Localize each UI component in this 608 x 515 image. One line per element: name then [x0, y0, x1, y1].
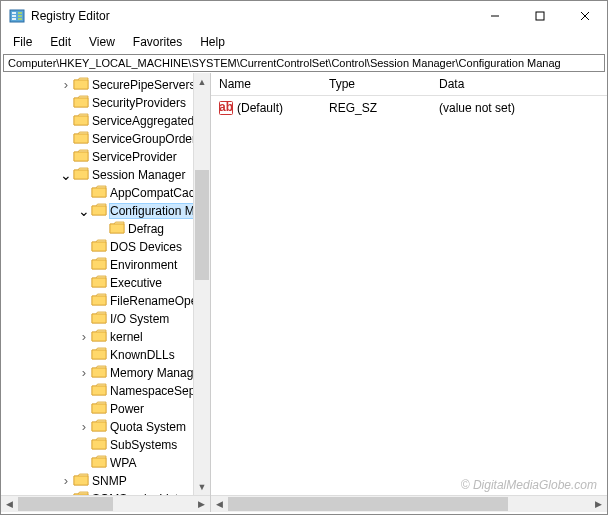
svg-rect-5	[18, 15, 22, 17]
folder-icon	[73, 149, 91, 166]
value-name-cell: ab(Default)	[211, 99, 321, 116]
folder-icon	[73, 77, 91, 94]
chevron-right-icon[interactable]: ›	[77, 332, 91, 342]
menu-view[interactable]: View	[81, 33, 123, 51]
minimize-button[interactable]	[472, 1, 517, 31]
tree-item-label: ServiceGroupOrder	[91, 132, 197, 146]
tree-item[interactable]: FileRenameOper	[1, 292, 210, 310]
folder-icon	[91, 293, 109, 310]
tree-item[interactable]: ›SecurePipeServers	[1, 76, 210, 94]
scroll-up-icon[interactable]: ▲	[194, 73, 210, 90]
scroll-left-icon[interactable]: ◀	[211, 496, 228, 513]
tree-item[interactable]: DOS Devices	[1, 238, 210, 256]
folder-icon	[73, 473, 91, 490]
tree-item-label: kernel	[109, 330, 144, 344]
tree-item-label: ServiceAggregatedE	[91, 114, 203, 128]
scroll-right-icon[interactable]: ▶	[193, 496, 210, 513]
tree-item[interactable]: ServiceGroupOrder	[1, 130, 210, 148]
tree-item-label: Environment	[109, 258, 178, 272]
tree-horizontal-scrollbar[interactable]: ◀ ▶	[1, 495, 210, 512]
content-panes: ›SecurePipeServersSecurityProvidersServi…	[1, 73, 607, 512]
tree-vertical-scrollbar[interactable]: ▲ ▼	[193, 73, 210, 495]
folder-icon	[91, 437, 109, 454]
scrollbar-thumb[interactable]	[18, 497, 113, 511]
close-button[interactable]	[562, 1, 607, 31]
scroll-left-icon[interactable]: ◀	[1, 496, 18, 513]
tree-item[interactable]: SecurityProviders	[1, 94, 210, 112]
svg-rect-6	[18, 18, 22, 20]
svg-rect-2	[12, 15, 16, 17]
tree-pane: ›SecurePipeServersSecurityProvidersServi…	[1, 73, 211, 512]
value-name: (Default)	[237, 101, 283, 115]
title-bar: Registry Editor	[1, 1, 607, 31]
tree-item[interactable]: AppCompatCacl	[1, 184, 210, 202]
menu-edit[interactable]: Edit	[42, 33, 79, 51]
tree-item[interactable]: ›kernel	[1, 328, 210, 346]
tree-item[interactable]: ⌄Configuration M	[1, 202, 210, 220]
tree-item[interactable]: ServiceProvider	[1, 148, 210, 166]
tree-item[interactable]: Power	[1, 400, 210, 418]
column-header-type[interactable]: Type	[321, 73, 431, 95]
maximize-button[interactable]	[517, 1, 562, 31]
folder-icon	[91, 347, 109, 364]
tree-item[interactable]: ServiceAggregatedE	[1, 112, 210, 130]
svg-rect-8	[536, 12, 544, 20]
tree-item[interactable]: WPA	[1, 454, 210, 472]
folder-icon	[91, 239, 109, 256]
svg-rect-3	[12, 18, 16, 20]
svg-rect-4	[18, 12, 22, 14]
values-pane: Name Type Data ab(Default)REG_SZ(value n…	[211, 73, 607, 512]
tree-item[interactable]: ›SNMP	[1, 472, 210, 490]
window-controls	[472, 1, 607, 31]
scroll-down-icon[interactable]: ▼	[194, 478, 210, 495]
folder-icon	[109, 221, 127, 238]
tree-item-label: Memory Manage	[109, 366, 201, 380]
regedit-icon	[9, 8, 25, 24]
scrollbar-thumb[interactable]	[228, 497, 508, 511]
address-bar[interactable]: Computer\HKEY_LOCAL_MACHINE\SYSTEM\Curre…	[3, 54, 605, 72]
chevron-right-icon[interactable]: ›	[59, 476, 73, 486]
tree-item[interactable]: ⌄Session Manager	[1, 166, 210, 184]
folder-icon	[73, 95, 91, 112]
tree-item[interactable]: Environment	[1, 256, 210, 274]
folder-icon	[91, 257, 109, 274]
tree-item[interactable]: KnownDLLs	[1, 346, 210, 364]
chevron-down-icon[interactable]: ⌄	[59, 172, 73, 178]
tree-item-label: NamespaceSepa	[109, 384, 203, 398]
list-header: Name Type Data	[211, 73, 607, 96]
folder-icon	[91, 455, 109, 472]
tree-item[interactable]: Executive	[1, 274, 210, 292]
scroll-right-icon[interactable]: ▶	[590, 496, 607, 513]
svg-text:ab: ab	[219, 101, 233, 114]
value-row[interactable]: ab(Default)REG_SZ(value not set)	[211, 96, 607, 116]
tree-item[interactable]: SubSystems	[1, 436, 210, 454]
column-header-name[interactable]: Name	[211, 73, 321, 95]
chevron-right-icon[interactable]: ›	[77, 368, 91, 378]
tree-item[interactable]: ›Memory Manage	[1, 364, 210, 382]
chevron-right-icon[interactable]: ›	[59, 80, 73, 90]
chevron-right-icon[interactable]: ›	[77, 422, 91, 432]
tree-item-label: SNMP	[91, 474, 128, 488]
folder-icon	[73, 113, 91, 130]
column-header-data[interactable]: Data	[431, 73, 607, 95]
menu-help[interactable]: Help	[192, 33, 233, 51]
folder-icon	[91, 203, 109, 220]
values-horizontal-scrollbar[interactable]: ◀ ▶	[211, 495, 607, 512]
chevron-down-icon[interactable]: ⌄	[77, 208, 91, 214]
folder-icon	[73, 167, 91, 184]
tree-item-label: WPA	[109, 456, 137, 470]
tree-item-label: Quota System	[109, 420, 187, 434]
scrollbar-thumb[interactable]	[195, 170, 209, 280]
tree-item-label: Session Manager	[91, 168, 186, 182]
tree-item-label: Defrag	[127, 222, 165, 236]
menu-file[interactable]: File	[5, 33, 40, 51]
tree-item-label: I/O System	[109, 312, 170, 326]
tree-item[interactable]: Defrag	[1, 220, 210, 238]
window-title: Registry Editor	[31, 9, 472, 23]
value-type-cell: REG_SZ	[321, 99, 431, 116]
menu-favorites[interactable]: Favorites	[125, 33, 190, 51]
tree-item[interactable]: I/O System	[1, 310, 210, 328]
folder-icon	[91, 275, 109, 292]
tree-item[interactable]: NamespaceSepa	[1, 382, 210, 400]
tree-item[interactable]: ›Quota System	[1, 418, 210, 436]
